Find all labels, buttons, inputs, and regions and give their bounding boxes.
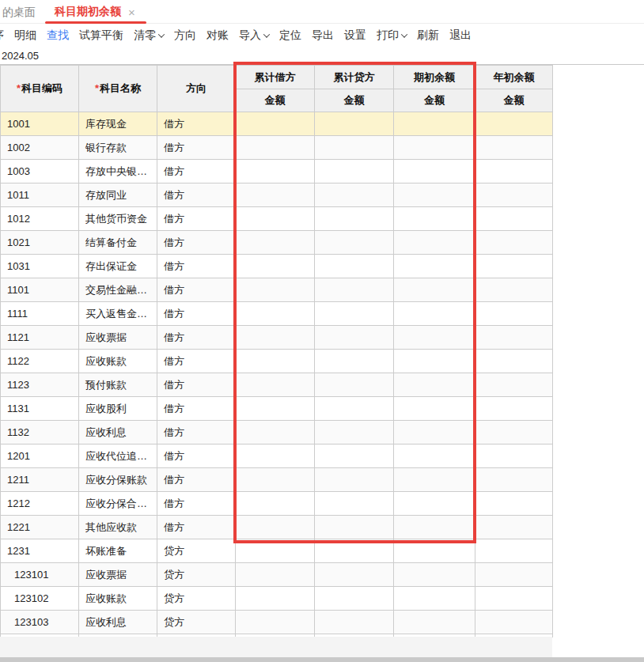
toolbar-item-print[interactable]: 打印 (377, 28, 407, 43)
cell-opening-balance[interactable] (394, 183, 475, 207)
cell-code[interactable]: 1012 (1, 207, 79, 231)
table-row[interactable]: 1021结算备付金借方 (1, 231, 553, 255)
toolbar-item-clear-zero[interactable]: 清零 (134, 28, 164, 43)
cell-cumulative-credit[interactable] (315, 587, 394, 611)
cell-cumulative-debit[interactable] (236, 231, 315, 255)
tab-desktop-partial[interactable]: 的桌面 (2, 6, 36, 20)
cell-code[interactable]: 1031 (1, 255, 79, 278)
cell-cumulative-credit[interactable] (315, 468, 394, 492)
toolbar-item-export[interactable]: 导出 (312, 28, 334, 43)
cell-year-begin-balance[interactable] (475, 183, 553, 207)
table-row[interactable]: 1211应收分保账款借方 (1, 468, 553, 492)
cell-name[interactable]: 存放中央银行... (79, 160, 157, 183)
cell-cumulative-credit[interactable] (315, 207, 394, 231)
cell-name[interactable]: 应收分保账款 (79, 468, 157, 492)
cell-direction[interactable]: 借方 (157, 160, 236, 183)
cell-direction[interactable]: 贷方 (157, 587, 236, 611)
cell-year-begin-balance[interactable] (475, 611, 553, 634)
table-row[interactable]: 1002银行存款借方 (1, 136, 553, 160)
cell-year-begin-balance[interactable] (475, 350, 553, 373)
table-row[interactable]: 1011存放同业借方 (1, 183, 553, 207)
cell-code[interactable]: 1212 (1, 492, 79, 516)
table-row[interactable]: 1111买入返售金融...借方 (1, 302, 553, 326)
cell-cumulative-debit[interactable] (236, 516, 315, 539)
cell-direction[interactable]: 借方 (157, 373, 236, 397)
cell-direction[interactable]: 借方 (157, 112, 236, 136)
cell-code[interactable]: 1131 (1, 397, 79, 421)
cell-opening-balance[interactable] (394, 563, 475, 587)
cell-cumulative-debit[interactable] (236, 160, 315, 183)
cell-cumulative-debit[interactable] (236, 112, 315, 136)
cell-direction[interactable]: 借方 (157, 492, 236, 516)
cell-cumulative-credit[interactable] (315, 231, 394, 255)
cell-direction[interactable]: 借方 (157, 207, 236, 231)
cell-opening-balance[interactable] (394, 231, 475, 255)
cell-cumulative-debit[interactable] (236, 397, 315, 421)
cell-opening-balance[interactable] (394, 516, 475, 539)
cell-year-begin-balance[interactable] (475, 302, 553, 326)
cell-year-begin-balance[interactable] (475, 373, 553, 397)
cell-cumulative-credit[interactable] (315, 302, 394, 326)
cell-year-begin-balance[interactable] (475, 255, 553, 278)
toolbar-item-trial-balance[interactable]: 试算平衡 (79, 28, 123, 43)
cell-direction[interactable]: 借方 (157, 421, 236, 444)
cell-year-begin-balance[interactable] (475, 539, 553, 563)
cell-code[interactable]: 1111 (1, 302, 79, 326)
cell-code[interactable]: 1123 (1, 373, 79, 397)
cell-opening-balance[interactable] (394, 611, 475, 634)
cell-cumulative-debit[interactable] (236, 278, 315, 302)
cell-name[interactable]: 预付账款 (79, 373, 157, 397)
cell-cumulative-credit[interactable] (315, 373, 394, 397)
cell-code[interactable]: 1231 (1, 539, 79, 563)
cell-direction[interactable]: 借方 (157, 350, 236, 373)
toolbar-item-settings[interactable]: 设置 (344, 28, 366, 43)
cell-cumulative-credit[interactable] (315, 136, 394, 160)
cell-cumulative-debit[interactable] (236, 539, 315, 563)
cell-name[interactable]: 存出保证金 (79, 255, 157, 278)
table-row[interactable]: 1221其他应收款借方 (1, 516, 553, 539)
cell-name[interactable]: 买入返售金融... (79, 302, 157, 326)
cell-year-begin-balance[interactable] (475, 563, 553, 587)
toolbar-item-detail[interactable]: 明细 (14, 28, 36, 43)
cell-year-begin-balance[interactable] (475, 207, 553, 231)
toolbar-item-refresh[interactable]: 刷新 (417, 28, 439, 43)
cell-cumulative-debit[interactable] (236, 207, 315, 231)
table-row[interactable]: 1001库存现金借方 (1, 112, 553, 136)
table-row[interactable]: 1212应收分保合同...借方 (1, 492, 553, 516)
table-row[interactable]: 1131应收股利借方 (1, 397, 553, 421)
cell-opening-balance[interactable] (394, 373, 475, 397)
cell-name[interactable]: 应收代位追偿... (79, 444, 157, 468)
cell-direction[interactable]: 贷方 (157, 563, 236, 587)
cell-cumulative-credit[interactable] (315, 563, 394, 587)
cell-year-begin-balance[interactable] (475, 444, 553, 468)
cell-code[interactable]: 1221 (1, 516, 79, 539)
cell-name[interactable]: 结算备付金 (79, 231, 157, 255)
cell-code[interactable]: 1121 (1, 326, 79, 350)
cell-cumulative-credit[interactable] (315, 444, 394, 468)
cell-year-begin-balance[interactable] (475, 278, 553, 302)
cell-year-begin-balance[interactable] (475, 136, 553, 160)
table-row[interactable]: 1012其他货币资金借方 (1, 207, 553, 231)
cell-direction[interactable]: 借方 (157, 516, 236, 539)
table-row[interactable]: 123103应收利息贷方 (1, 611, 553, 634)
cell-code[interactable]: 1201 (1, 444, 79, 468)
cell-opening-balance[interactable] (394, 255, 475, 278)
table-row[interactable]: 1003存放中央银行...借方 (1, 160, 553, 183)
cell-direction[interactable]: 借方 (157, 302, 236, 326)
cell-name[interactable]: 应收股利 (79, 397, 157, 421)
cell-year-begin-balance[interactable] (475, 421, 553, 444)
cell-cumulative-debit[interactable] (236, 136, 315, 160)
cell-code[interactable]: 123101 (1, 563, 79, 587)
table-row[interactable]: 1231坏账准备贷方 (1, 539, 553, 563)
cell-cumulative-debit[interactable] (236, 611, 315, 634)
cell-direction[interactable]: 借方 (157, 278, 236, 302)
cell-year-begin-balance[interactable] (475, 231, 553, 255)
cell-direction[interactable]: 借方 (157, 136, 236, 160)
cell-opening-balance[interactable] (394, 160, 475, 183)
close-icon[interactable]: × (128, 6, 135, 18)
cell-opening-balance[interactable] (394, 587, 475, 611)
cell-year-begin-balance[interactable] (475, 397, 553, 421)
table-row[interactable]: 1121应收票据借方 (1, 326, 553, 350)
table-row[interactable]: 1101交易性金融资...借方 (1, 278, 553, 302)
cell-cumulative-debit[interactable] (236, 444, 315, 468)
